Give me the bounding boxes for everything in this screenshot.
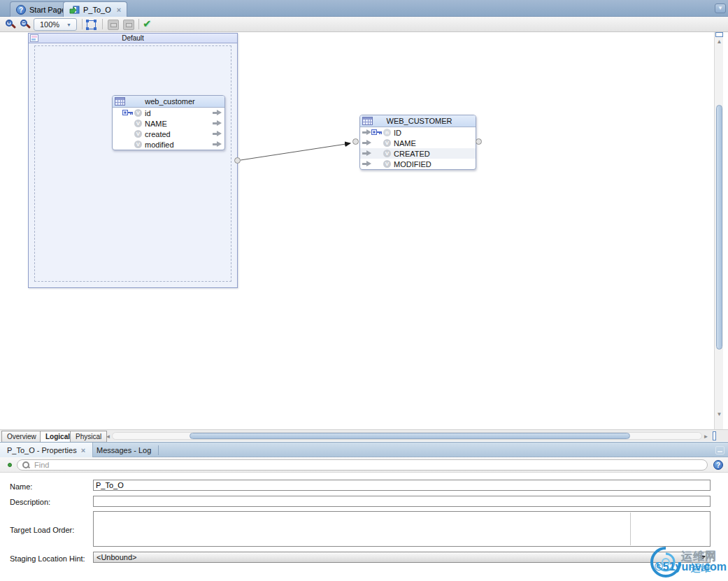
scroll-left-icon[interactable]: ◄ [104, 433, 113, 440]
tab-messages-log[interactable]: Messages - Log [90, 443, 158, 458]
properties-form: Name: Description: Target Load Order: St… [0, 473, 728, 581]
tab-properties-label: P_To_O - Properties [7, 446, 77, 454]
input-connector-icon[interactable] [362, 150, 371, 157]
target-column-row[interactable]: V NAME [360, 138, 476, 148]
target-load-order-field[interactable] [93, 511, 711, 547]
mapping-toolbar: + − 100% ▼ ✔ [0, 17, 728, 32]
source-table-title: web_customer [125, 97, 224, 106]
find-field[interactable] [17, 459, 708, 471]
output-connector-icon[interactable] [213, 110, 222, 116]
vertical-scroll-thumb[interactable] [716, 105, 722, 350]
source-table-header[interactable]: web_customer [113, 96, 224, 108]
canvas-horizontal-scrollbar[interactable] [112, 432, 702, 440]
tab-p-to-o-label: P_To_O [83, 6, 111, 14]
staging-location-hint-label: Staging Location Hint: [10, 554, 85, 563]
name-field[interactable] [93, 480, 711, 491]
tab-properties[interactable]: P_To_O - Properties × [0, 443, 93, 458]
source-column-row[interactable]: V NAME [113, 118, 224, 129]
zoom-level-value: 100% [34, 20, 66, 29]
tab-overflow-button[interactable]: ▼ [715, 3, 726, 13]
type-icon: V [383, 139, 391, 147]
fit-selection-icon[interactable] [87, 20, 96, 29]
chevron-down-icon: ▼ [66, 22, 76, 27]
view-tab-overview[interactable]: Overview [1, 431, 42, 442]
zoom-level-select[interactable]: 100% ▼ [34, 18, 77, 31]
dataset-default[interactable]: Default [28, 33, 238, 288]
mapping-icon [69, 5, 80, 15]
properties-tab-bar: P_To_O - Properties × Messages - Log [0, 442, 728, 457]
validate-check-icon[interactable]: ✔ [143, 17, 152, 30]
type-icon: V [383, 150, 391, 157]
disabled-button-2 [123, 20, 134, 30]
target-table-title: WEB_CUSTOMER [373, 117, 476, 125]
type-icon: V [134, 141, 142, 148]
close-icon[interactable]: × [81, 446, 85, 454]
staging-location-hint-value: <Unbound> [94, 553, 700, 561]
dataset-output-port[interactable] [234, 157, 241, 164]
scroll-up-icon[interactable]: ▲ [715, 38, 724, 45]
name-label: Name: [10, 482, 32, 491]
type-icon: V [134, 109, 142, 117]
view-tab-row: Overview Logical Physical ◄ ► [0, 429, 728, 441]
document-tab-bar: ? Start Page × P_To_O × ▼ [0, 0, 728, 17]
close-icon[interactable]: × [117, 6, 121, 14]
target-column-row[interactable]: V MODIFIED [360, 159, 476, 169]
source-column-row[interactable]: V id [113, 108, 224, 118]
chevron-down-icon [700, 556, 706, 559]
view-tab-physical[interactable]: Physical [70, 431, 107, 442]
source-column-row[interactable]: V created [113, 129, 224, 139]
mapping-canvas[interactable]: Default web_customer V id [0, 32, 713, 429]
dataset-title: Default [122, 34, 144, 42]
description-label: Description: [10, 498, 50, 506]
dataset-header[interactable]: Default [29, 34, 237, 43]
status-dot-icon [8, 463, 12, 467]
column-name: NAME [394, 139, 476, 148]
output-connector-icon[interactable] [213, 141, 222, 148]
search-icon [22, 461, 30, 469]
find-input[interactable] [34, 461, 707, 469]
tab-p-to-o[interactable]: P_To_O × [63, 1, 127, 17]
scroll-right-icon[interactable]: ► [701, 433, 711, 440]
zoom-in-icon[interactable]: + [6, 20, 15, 29]
source-column-row[interactable]: V modified [113, 139, 224, 150]
target-table-header[interactable]: WEB_CUSTOMER [360, 115, 476, 127]
type-icon: V [383, 160, 391, 168]
target-column-row[interactable]: V CREATED [360, 148, 476, 159]
minimize-panel-icon[interactable] [715, 446, 725, 454]
datastore-web-customer-source[interactable]: web_customer V id V NAME V created [112, 95, 225, 150]
column-name: id [145, 109, 213, 117]
output-connector-icon[interactable] [213, 131, 222, 137]
target-column-row[interactable]: n ID [360, 127, 476, 138]
key-icon [122, 109, 134, 117]
target-output-port[interactable] [476, 138, 482, 145]
scroll-down-icon[interactable]: ▼ [715, 411, 724, 417]
horizontal-scroll-thumb[interactable] [190, 433, 630, 439]
column-name: ID [394, 129, 476, 137]
target-input-port[interactable] [352, 138, 359, 145]
split-handle[interactable] [713, 431, 716, 440]
datastore-web-customer-target[interactable]: WEB_CUSTOMER n ID V NAME V CREATED [359, 115, 476, 170]
disabled-button-1 [108, 20, 119, 30]
column-name: MODIFIED [394, 160, 476, 168]
tab-messages-log-label: Messages - Log [97, 446, 151, 454]
type-icon: V [134, 130, 142, 138]
description-field[interactable] [93, 496, 711, 507]
output-connector-icon[interactable] [213, 120, 222, 127]
input-connector-icon[interactable] [362, 140, 371, 146]
tab-start-page-label: Start Page [29, 6, 66, 14]
column-name: NAME [145, 120, 213, 128]
input-connector-icon[interactable] [362, 129, 371, 136]
split-handle[interactable] [715, 32, 723, 37]
staging-location-hint-select[interactable]: <Unbound> [93, 552, 711, 563]
column-name: modified [145, 141, 213, 149]
type-icon: V [134, 120, 142, 127]
dataset-body [34, 45, 231, 282]
zoom-out-icon[interactable]: − [20, 20, 30, 29]
canvas-vertical-scrollbar[interactable]: ▲ ▼ [714, 32, 723, 429]
column-name: CREATED [394, 150, 476, 158]
key-icon [371, 129, 383, 137]
input-connector-icon[interactable] [362, 161, 371, 167]
help-button[interactable]: ? [713, 460, 723, 470]
type-icon: n [383, 129, 391, 136]
find-bar: ? [0, 457, 728, 473]
